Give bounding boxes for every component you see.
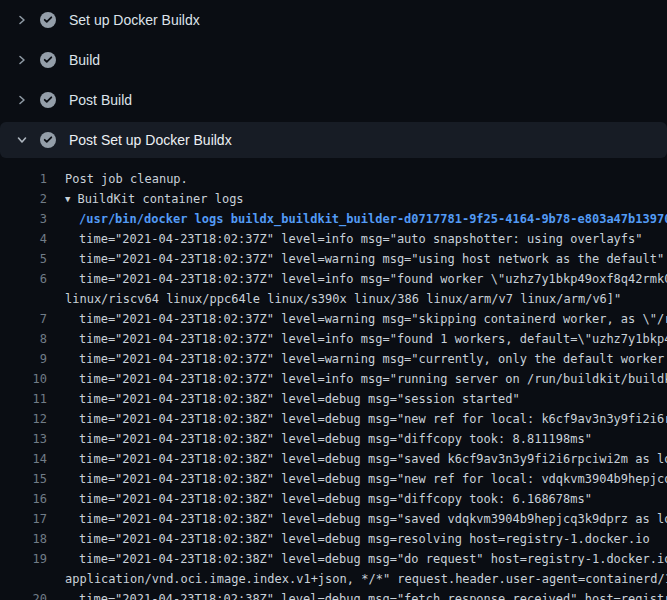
log-text[interactable]: ▼BuildKit container logs [47, 189, 244, 209]
log-text-content: /usr/bin/docker logs buildx_buildkit_bui… [79, 212, 667, 226]
log-text-content: time="2021-04-23T18:02:38Z" level=debug … [79, 592, 667, 600]
chevron-down-icon [14, 134, 30, 146]
log-text-content: time="2021-04-23T18:02:37Z" level=info m… [79, 372, 667, 386]
log-row: 4 time="2021-04-23T18:02:37Z" level=info… [0, 229, 667, 249]
log-text-content: time="2021-04-23T18:02:38Z" level=debug … [79, 452, 667, 466]
log-text: time="2021-04-23T18:02:37Z" level=info m… [47, 329, 667, 349]
log-text: time="2021-04-23T18:02:38Z" level=debug … [47, 529, 650, 549]
step-label: Post Set up Docker Buildx [69, 132, 232, 148]
line-number[interactable]: 19 [0, 549, 47, 569]
log-text-content: Post job cleanup. [65, 172, 188, 186]
log-text-content: time="2021-04-23T18:02:37Z" level=info m… [79, 332, 667, 346]
log-row: 17 time="2021-04-23T18:02:38Z" level=deb… [0, 509, 667, 529]
log-row: 16 time="2021-04-23T18:02:38Z" level=deb… [0, 489, 667, 509]
log-text-content: time="2021-04-23T18:02:38Z" level=debug … [79, 432, 592, 446]
chevron-right-icon [14, 54, 30, 66]
log-row: 5 time="2021-04-23T18:02:37Z" level=warn… [0, 249, 667, 269]
log-text: time="2021-04-23T18:02:38Z" level=debug … [47, 509, 667, 529]
line-number[interactable]: 6 [0, 269, 47, 289]
log-text: time="2021-04-23T18:02:38Z" level=debug … [47, 389, 520, 409]
log-row: 1 Post job cleanup. [0, 169, 667, 189]
step-label: Build [69, 52, 100, 68]
log-text: time="2021-04-23T18:02:38Z" level=debug … [47, 449, 667, 469]
line-number [0, 289, 47, 309]
log-text: time="2021-04-23T18:02:38Z" level=debug … [47, 489, 592, 509]
log-text: time="2021-04-23T18:02:37Z" level=warnin… [47, 249, 664, 269]
log-row: linux/riscv64 linux/ppc64le linux/s390x … [0, 289, 667, 309]
line-number[interactable]: 4 [0, 229, 47, 249]
log-text-content: time="2021-04-23T18:02:38Z" level=debug … [79, 472, 667, 486]
log-text-content: time="2021-04-23T18:02:38Z" level=debug … [79, 412, 667, 426]
check-circle-icon [40, 52, 56, 68]
log-text-content: application/vnd.oci.image.index.v1+json,… [65, 572, 667, 586]
log-row: 2 ▼BuildKit container logs [0, 189, 667, 209]
log-text: time="2021-04-23T18:02:38Z" level=debug … [47, 469, 667, 489]
log-row: 20 time="2021-04-23T18:02:38Z" level=deb… [0, 589, 667, 600]
line-number[interactable]: 8 [0, 329, 47, 349]
step-label: Post Build [69, 92, 132, 108]
log-text-content: time="2021-04-23T18:02:37Z" level=warnin… [79, 252, 664, 266]
triangle-down-icon: ▼ [65, 194, 70, 204]
step-row-post-build[interactable]: Post Build [0, 80, 667, 120]
log-text: application/vnd.oci.image.index.v1+json,… [47, 569, 667, 589]
line-number [0, 569, 47, 589]
check-circle-icon [40, 12, 56, 28]
log-view: 1 Post job cleanup. 2 ▼BuildKit containe… [0, 169, 667, 600]
check-circle-icon [40, 132, 56, 148]
line-number[interactable]: 3 [0, 209, 47, 229]
log-row: 11 time="2021-04-23T18:02:38Z" level=deb… [0, 389, 667, 409]
log-text-content: time="2021-04-23T18:02:37Z" level=info m… [79, 272, 667, 286]
line-number[interactable]: 5 [0, 249, 47, 269]
log-row: 3 /usr/bin/docker logs buildx_buildkit_b… [0, 209, 667, 229]
log-text: time="2021-04-23T18:02:38Z" level=debug … [47, 549, 667, 569]
log-text-content: time="2021-04-23T18:02:37Z" level=warnin… [79, 352, 667, 366]
log-row: 12 time="2021-04-23T18:02:38Z" level=deb… [0, 409, 667, 429]
log-row: 14 time="2021-04-23T18:02:38Z" level=deb… [0, 449, 667, 469]
step-row-set-up-docker-buildx[interactable]: Set up Docker Buildx [0, 0, 667, 40]
log-text: linux/riscv64 linux/ppc64le linux/s390x … [47, 289, 621, 309]
log-row: 13 time="2021-04-23T18:02:38Z" level=deb… [0, 429, 667, 449]
log-row: 7 time="2021-04-23T18:02:37Z" level=warn… [0, 309, 667, 329]
log-text-content: linux/riscv64 linux/ppc64le linux/s390x … [65, 292, 621, 306]
line-number[interactable]: 14 [0, 449, 47, 469]
log-text-content: time="2021-04-23T18:02:37Z" level=info m… [79, 232, 643, 246]
log-text: time="2021-04-23T18:02:37Z" level=info m… [47, 229, 643, 249]
line-number[interactable]: 7 [0, 309, 47, 329]
line-number[interactable]: 11 [0, 389, 47, 409]
log-text: Post job cleanup. [47, 169, 188, 189]
line-number[interactable]: 17 [0, 509, 47, 529]
line-number[interactable]: 16 [0, 489, 47, 509]
step-row-build[interactable]: Build [0, 40, 667, 80]
line-number[interactable]: 15 [0, 469, 47, 489]
line-number[interactable]: 13 [0, 429, 47, 449]
steps-list: Set up Docker Buildx Build Post Build [0, 0, 667, 158]
log-text-content: BuildKit container logs [77, 192, 243, 206]
line-number[interactable]: 9 [0, 349, 47, 369]
line-number[interactable]: 10 [0, 369, 47, 389]
log-text-content: time="2021-04-23T18:02:37Z" level=warnin… [79, 312, 667, 326]
log-text: time="2021-04-23T18:02:37Z" level=info m… [47, 269, 667, 289]
log-text-content: time="2021-04-23T18:02:38Z" level=debug … [79, 392, 520, 406]
log-row: 9 time="2021-04-23T18:02:37Z" level=warn… [0, 349, 667, 369]
step-label: Set up Docker Buildx [69, 12, 200, 28]
log-text: time="2021-04-23T18:02:38Z" level=debug … [47, 589, 667, 600]
log-row: application/vnd.oci.image.index.v1+json,… [0, 569, 667, 589]
line-number[interactable]: 1 [0, 169, 47, 189]
chevron-right-icon [14, 14, 30, 26]
log-row: 6 time="2021-04-23T18:02:37Z" level=info… [0, 269, 667, 289]
chevron-right-icon [14, 94, 30, 106]
log-text-content: time="2021-04-23T18:02:38Z" level=debug … [79, 492, 592, 506]
log-text: time="2021-04-23T18:02:37Z" level=warnin… [47, 309, 667, 329]
log-row: 8 time="2021-04-23T18:02:37Z" level=info… [0, 329, 667, 349]
log-row: 10 time="2021-04-23T18:02:37Z" level=inf… [0, 369, 667, 389]
line-number[interactable]: 20 [0, 589, 47, 600]
step-row-post-set-up-docker-buildx[interactable]: Post Set up Docker Buildx [0, 122, 667, 158]
line-number[interactable]: 12 [0, 409, 47, 429]
line-number[interactable]: 18 [0, 529, 47, 549]
check-circle-icon [40, 92, 56, 108]
log-row: 15 time="2021-04-23T18:02:38Z" level=deb… [0, 469, 667, 489]
log-text: time="2021-04-23T18:02:38Z" level=debug … [47, 409, 667, 429]
log-text: time="2021-04-23T18:02:37Z" level=info m… [47, 369, 667, 389]
line-number[interactable]: 2 [0, 189, 47, 209]
log-text-content: time="2021-04-23T18:02:38Z" level=debug … [79, 512, 667, 526]
